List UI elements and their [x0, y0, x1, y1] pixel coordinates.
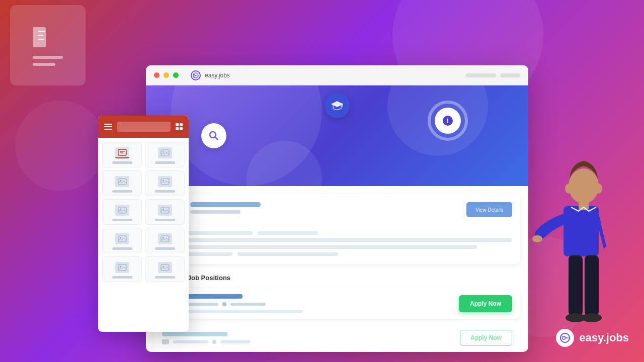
svg-rect-11 — [161, 178, 169, 185]
svg-point-12 — [163, 180, 164, 182]
widget-item[interactable] — [145, 228, 185, 253]
elementor-panel — [10, 5, 86, 85]
svg-rect-13 — [118, 207, 126, 213]
widget-item-icon-2 — [158, 147, 172, 158]
image-icon-2 — [118, 178, 127, 185]
svg-rect-36 — [564, 206, 599, 256]
job-section-header: Open Job Positions — [154, 272, 520, 283]
image-icon-7 — [160, 235, 170, 242]
svg-point-44 — [565, 184, 572, 194]
svg-rect-19 — [161, 236, 169, 242]
svg-point-37 — [569, 168, 599, 204]
job-list-item-2: Apply Now — [154, 324, 520, 352]
card-description-lines — [162, 231, 512, 256]
widget-item-icon-form — [115, 147, 129, 158]
card-line — [162, 238, 512, 242]
svg-point-24 — [163, 266, 164, 267]
bg-decoration-circle-3 — [15, 101, 106, 191]
elementor-line — [33, 63, 55, 66]
widget-item-label — [112, 190, 132, 193]
hamburger-line — [104, 124, 112, 125]
svg-point-16 — [163, 209, 164, 210]
widget-item[interactable] — [145, 256, 185, 282]
card-subtitle-line — [190, 210, 240, 214]
card-title-line — [190, 202, 261, 207]
svg-point-14 — [120, 209, 121, 210]
browser-minimize-dot[interactable] — [164, 72, 169, 78]
svg-rect-15 — [161, 207, 169, 213]
svg-point-47 — [562, 336, 566, 339]
easyjobs-address-logo — [191, 70, 201, 80]
browser-window: easy.jobs — [146, 65, 528, 352]
elementor-lines — [33, 56, 63, 66]
svg-text:i: i — [447, 117, 449, 125]
svg-point-22 — [120, 266, 121, 267]
browser-close-dot[interactable] — [154, 72, 159, 78]
elementor-panel-content — [30, 25, 65, 66]
card-line — [237, 252, 338, 256]
card-header: View Details — [162, 202, 512, 224]
widget-item[interactable] — [102, 142, 142, 167]
widget-item[interactable] — [145, 170, 185, 196]
browser-content: i View Details — [146, 85, 528, 352]
widget-item-label — [112, 247, 132, 250]
grid-cell — [180, 127, 183, 130]
svg-rect-21 — [118, 264, 126, 270]
info-icon-container: i — [428, 101, 468, 141]
form-icon — [118, 149, 127, 156]
job-meta-row — [162, 302, 453, 307]
widget-item[interactable] — [102, 228, 142, 253]
grid-cell — [180, 123, 183, 126]
location-dot-icon — [212, 340, 216, 344]
svg-point-39 — [532, 235, 542, 242]
brand-logo — [556, 329, 574, 347]
card-line — [258, 231, 318, 235]
image-icon-8 — [118, 264, 127, 271]
brand-name: easy.jobs — [579, 331, 629, 344]
widget-item-label — [155, 219, 175, 221]
apply-now-button-2[interactable]: Apply Now — [460, 330, 512, 346]
card-line-row — [162, 231, 512, 235]
svg-point-18 — [120, 237, 121, 239]
search-icon-float — [201, 123, 226, 148]
elementor-line — [33, 56, 63, 59]
widget-item[interactable] — [102, 256, 142, 282]
info-icon-float: i — [435, 108, 461, 134]
svg-rect-9 — [118, 178, 126, 185]
grid-cell — [176, 123, 179, 126]
search-bar-mini[interactable] — [117, 122, 171, 132]
info-icon-ring: i — [428, 101, 468, 141]
widget-item[interactable] — [102, 199, 142, 225]
search-icon-svg — [208, 130, 219, 141]
grid-view-icon[interactable] — [176, 123, 183, 130]
widget-item[interactable] — [102, 170, 142, 196]
job-meta-row-2 — [162, 339, 454, 344]
widget-item[interactable] — [145, 142, 185, 167]
svg-point-20 — [163, 237, 164, 239]
widget-item-label — [155, 161, 175, 164]
graduation-cap-icon-float — [325, 93, 350, 118]
widget-item-icon-7 — [115, 233, 129, 244]
browser-titlebar: easy.jobs — [146, 65, 528, 85]
svg-rect-7 — [161, 150, 169, 156]
browser-maximize-dot[interactable] — [173, 72, 179, 78]
job-desc-lines — [162, 310, 453, 313]
apply-now-button[interactable]: Apply Now — [459, 295, 512, 312]
nav-line — [466, 73, 496, 77]
view-details-button[interactable]: View Details — [466, 202, 512, 217]
card-info — [190, 202, 460, 214]
hamburger-icon[interactable] — [104, 124, 112, 130]
info-icon-svg: i — [442, 115, 454, 127]
branding-section: easy.jobs — [556, 329, 629, 347]
widget-item-label — [155, 247, 175, 250]
widget-item[interactable] — [145, 199, 185, 225]
cap-icon-svg — [330, 100, 344, 111]
svg-rect-3 — [38, 39, 44, 40]
widget-item-icon-4 — [158, 176, 172, 187]
widget-item-icon-5 — [115, 205, 129, 216]
company-info-card: View Details — [154, 194, 520, 264]
svg-rect-38 — [579, 201, 589, 210]
svg-point-43 — [582, 313, 602, 322]
widget-item-label — [155, 190, 175, 193]
image-icon-3 — [160, 178, 170, 185]
